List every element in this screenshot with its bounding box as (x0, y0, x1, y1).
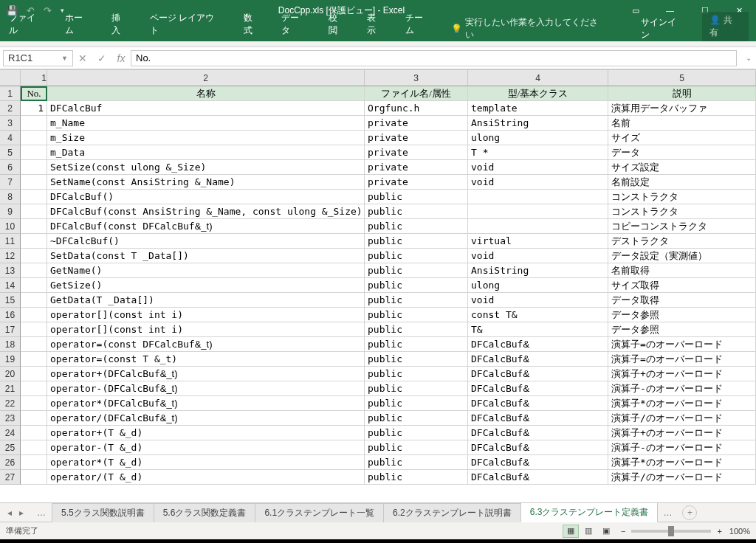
cell[interactable]: public (365, 190, 468, 204)
cell[interactable]: Orgfunc.h (365, 101, 468, 116)
cell[interactable]: operator+(T &_d) (47, 426, 365, 440)
sheet-tab[interactable]: 6.1クラステンプレート一覧 (255, 503, 384, 522)
cell[interactable] (21, 249, 47, 263)
qat-dropdown-icon[interactable]: ▾ (61, 7, 64, 14)
cell[interactable]: ~DFCalcBuf() (47, 234, 365, 249)
cell[interactable]: データ設定（実測値） (608, 249, 756, 263)
tab-review[interactable]: 校閲 (327, 9, 348, 41)
cell[interactable] (21, 263, 47, 278)
cell[interactable]: const T& (468, 308, 608, 322)
view-pagebreak-icon[interactable]: ▣ (598, 525, 614, 538)
row-header[interactable]: 18 (0, 337, 21, 352)
tab-home[interactable]: ホーム (63, 9, 93, 41)
row-header[interactable]: 4 (0, 131, 21, 145)
cell[interactable]: 名前 (608, 116, 756, 131)
cell[interactable]: ファイル名/属性 (365, 86, 468, 101)
cell[interactable] (21, 440, 47, 455)
cell[interactable]: public (365, 470, 468, 485)
cell[interactable]: ulong (468, 278, 608, 293)
cell[interactable]: operator/(T &_d) (47, 470, 365, 485)
cell[interactable]: コンストラクタ (608, 190, 756, 204)
cell[interactable]: DFCalcBuf & (468, 367, 608, 381)
select-all-corner[interactable] (0, 70, 21, 86)
cell[interactable]: DFCalcBuf & (468, 337, 608, 352)
cell[interactable]: 演算子*のオーバーロード (608, 455, 756, 470)
cell[interactable]: T * (468, 145, 608, 160)
cell[interactable] (21, 278, 47, 293)
cell[interactable]: AnsiString (468, 263, 608, 278)
col-header[interactable]: 1 (21, 70, 47, 86)
cell[interactable]: public (365, 337, 468, 352)
cell[interactable] (21, 293, 47, 308)
cell[interactable]: 名前設定 (608, 175, 756, 190)
cell[interactable]: GetSize() (47, 278, 365, 293)
row-header[interactable]: 15 (0, 293, 21, 308)
col-header[interactable]: 4 (468, 70, 608, 86)
save-icon[interactable]: 💾 (6, 5, 18, 16)
cell[interactable]: void (468, 293, 608, 308)
cell[interactable] (468, 190, 608, 204)
cell[interactable]: DFCalcBuf & (468, 426, 608, 440)
cell[interactable]: public (365, 263, 468, 278)
cell[interactable]: DFCalcBuf(const AnsiString &_Name, const… (47, 204, 365, 219)
name-box[interactable]: R1C1 ▼ (3, 50, 73, 66)
col-header[interactable]: 2 (47, 70, 365, 86)
share-button[interactable]: 👤共有 (702, 12, 749, 41)
cell[interactable]: operator+(DFCalcBuf &_t) (47, 367, 365, 381)
cell[interactable]: operator=(const T &_t) (47, 352, 365, 367)
cell[interactable]: データ (608, 145, 756, 160)
cell[interactable]: 名称 (47, 86, 365, 101)
cell[interactable]: 演算子-のオーバーロード (608, 440, 756, 455)
cell[interactable]: public (365, 234, 468, 249)
cell[interactable]: m_Data (47, 145, 365, 160)
cell[interactable] (21, 160, 47, 175)
cell[interactable]: DFCalcBuf (47, 101, 365, 116)
row-header[interactable]: 17 (0, 322, 21, 337)
row-header[interactable]: 6 (0, 160, 21, 175)
row-header[interactable]: 10 (0, 219, 21, 234)
cell[interactable] (21, 322, 47, 337)
cell[interactable]: DFCalcBuf & (468, 396, 608, 411)
row-header[interactable]: 24 (0, 426, 21, 440)
cell[interactable]: public (365, 455, 468, 470)
cell[interactable]: コピーコンストラクタ (608, 219, 756, 234)
sheet-tab[interactable]: 5.6クラス関数定義書 (154, 503, 256, 522)
cell[interactable]: public (365, 322, 468, 337)
cell[interactable]: GetData(T _Data[]) (47, 293, 365, 308)
sheet-overflow-right[interactable]: … (657, 508, 678, 518)
row-header[interactable]: 19 (0, 352, 21, 367)
cell[interactable]: operator*(T &_d) (47, 455, 365, 470)
fx-icon[interactable]: fx (111, 52, 131, 64)
row-header[interactable]: 7 (0, 175, 21, 190)
cell[interactable]: 演算用データバッファ (608, 101, 756, 116)
cell[interactable]: operator-(T &_d) (47, 440, 365, 455)
row-header[interactable]: 2 (0, 101, 21, 116)
cell[interactable]: 演算子-のオーバーロード (608, 381, 756, 396)
cell[interactable]: public (365, 426, 468, 440)
tell-me[interactable]: 💡 実行したい作業を入力してください (451, 16, 605, 41)
cell[interactable]: public (365, 411, 468, 426)
cell[interactable]: operator/(DFCalcBuf &_t) (47, 411, 365, 426)
cell[interactable] (468, 204, 608, 219)
cell[interactable]: public (365, 278, 468, 293)
row-header[interactable]: 3 (0, 116, 21, 131)
cell[interactable]: サイズ取得 (608, 278, 756, 293)
cell[interactable] (21, 337, 47, 352)
row-header[interactable]: 5 (0, 145, 21, 160)
cell[interactable]: AnsiString (468, 116, 608, 131)
row-header[interactable]: 11 (0, 234, 21, 249)
cell[interactable]: public (365, 367, 468, 381)
row-header[interactable]: 9 (0, 204, 21, 219)
cell[interactable]: GetName() (47, 263, 365, 278)
cell[interactable]: デストラクタ (608, 234, 756, 249)
cell[interactable]: public (365, 219, 468, 234)
cell[interactable] (21, 219, 47, 234)
cell[interactable]: 演算子=のオーバーロード (608, 337, 756, 352)
row-header[interactable]: 1 (0, 86, 21, 101)
cell[interactable]: SetName(const AnsiString &_Name) (47, 175, 365, 190)
cell[interactable]: public (365, 249, 468, 263)
cell[interactable]: operator[](const int i) (47, 308, 365, 322)
cell[interactable] (21, 175, 47, 190)
row-header[interactable]: 20 (0, 367, 21, 381)
cell[interactable]: operator*(DFCalcBuf &_t) (47, 396, 365, 411)
